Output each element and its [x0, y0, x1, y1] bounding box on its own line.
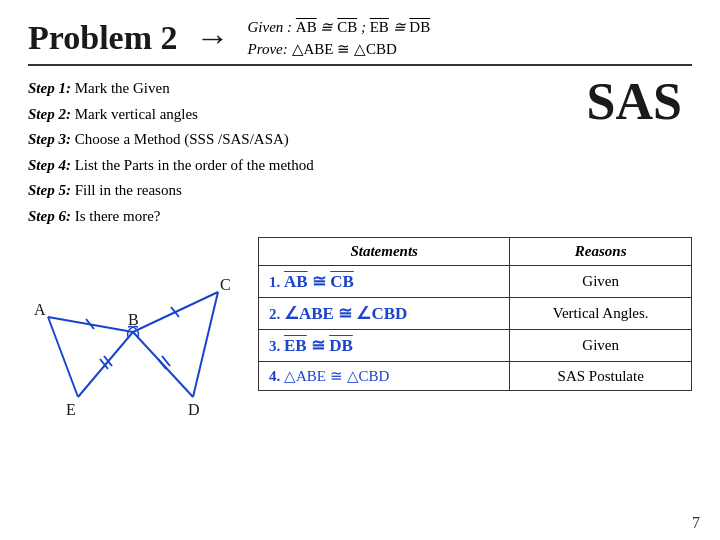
stmt-3-math: EB ≅ DB — [284, 336, 353, 355]
step-1-text: Mark the Given — [75, 80, 170, 96]
step-2: Step 2: Mark vertical angles — [28, 102, 577, 128]
main-page: Problem 2 → Given : AB ≅ CB ; EB ≅ DB Pr… — [0, 0, 720, 540]
vertex-c: C — [220, 276, 231, 293]
reason-1-text: Given — [582, 273, 619, 289]
stmt-3: 3. EB ≅ DB — [259, 330, 510, 362]
step-2-label: Step 2: — [28, 106, 71, 122]
problem-title: Problem 2 — [28, 19, 178, 57]
given-seg2: CB — [337, 19, 357, 35]
vertex-d: D — [188, 401, 200, 418]
congruent-sym2: ≅ — [393, 19, 410, 35]
given-line: Given : AB ≅ CB ; EB ≅ DB — [248, 18, 431, 36]
page-number: 7 — [692, 514, 700, 532]
step-3: Step 3: Choose a Method (SSS /SAS/ASA) — [28, 127, 577, 153]
stmt-4: 4. △ABE ≅ △CBD — [259, 362, 510, 391]
step-3-text: Choose a Method (SSS /SAS/ASA) — [75, 131, 289, 147]
table-row-1: 1. AB ≅ CB Given — [259, 266, 692, 298]
arrow-symbol: → — [196, 19, 230, 57]
sas-label: SAS — [587, 72, 692, 131]
row-num-4: 4. — [269, 368, 280, 384]
step-4-label: Step 4: — [28, 157, 71, 173]
stmt-2: 2. ∠ABE ≅ ∠CBD — [259, 298, 510, 330]
figure-area: A B C E D — [28, 237, 248, 426]
reason-1: Given — [510, 266, 692, 298]
step-6-text: Is there more? — [75, 208, 161, 224]
col-header-statements: Statements — [259, 238, 510, 266]
row-num-2: 2. — [269, 306, 280, 322]
table-area: Statements Reasons 1. AB ≅ CB — [258, 237, 692, 426]
proof-table: Statements Reasons 1. AB ≅ CB — [258, 237, 692, 391]
steps-area: Step 1: Mark the Given Step 2: Mark vert… — [28, 76, 692, 229]
vertex-b: B — [128, 311, 139, 328]
main-content: A B C E D Statements Reasons — [28, 237, 692, 426]
prove-expr: △ABE ≅ △CBD — [292, 41, 397, 57]
step-5: Step 5: Fill in the reasons — [28, 178, 577, 204]
reason-3-text: Given — [582, 337, 619, 353]
stmt-1-math: AB ≅ CB — [284, 272, 354, 291]
stmt-1: 1. AB ≅ CB — [259, 266, 510, 298]
vertex-a: A — [34, 301, 46, 318]
step-5-text: Fill in the reasons — [75, 182, 182, 198]
given-seg1: AB — [296, 19, 317, 35]
svg-line-5 — [193, 292, 218, 397]
reason-2: Vertical Angles. — [510, 298, 692, 330]
table-row-3: 3. EB ≅ DB Given — [259, 330, 692, 362]
step-4-text: List the Parts in the order of the metho… — [75, 157, 314, 173]
reason-4: SAS Postulate — [510, 362, 692, 391]
table-row-4: 4. △ABE ≅ △CBD SAS Postulate — [259, 362, 692, 391]
step-1-label: Step 1: — [28, 80, 71, 96]
stmt-2-math: ∠ABE ≅ ∠CBD — [284, 304, 407, 323]
reason-4-text: SAS Postulate — [558, 368, 644, 384]
divider — [28, 64, 692, 66]
prove-label: Prove: — [248, 41, 292, 57]
step-6: Step 6: Is there more? — [28, 204, 577, 230]
header-row: Problem 2 → Given : AB ≅ CB ; EB ≅ DB Pr… — [28, 18, 692, 58]
given-seg3: EB — [370, 19, 389, 35]
congruent-sym1: ≅ — [320, 19, 337, 35]
prove-line: Prove: △ABE ≅ △CBD — [248, 40, 431, 58]
step-2-text: Mark vertical angles — [75, 106, 198, 122]
svg-line-2 — [48, 317, 78, 397]
step-4: Step 4: List the Parts in the order of t… — [28, 153, 577, 179]
step-3-label: Step 3: — [28, 131, 71, 147]
reason-3: Given — [510, 330, 692, 362]
col-header-reasons: Reasons — [510, 238, 692, 266]
table-row-2: 2. ∠ABE ≅ ∠CBD Vertical Angles. — [259, 298, 692, 330]
given-prove-block: Given : AB ≅ CB ; EB ≅ DB Prove: △ABE ≅ … — [248, 18, 431, 58]
reason-2-text: Vertical Angles. — [553, 305, 649, 321]
stmt-4-math: △ABE ≅ △CBD — [284, 368, 389, 384]
row-num-1: 1. — [269, 274, 280, 290]
step-1: Step 1: Mark the Given — [28, 76, 577, 102]
vertex-e: E — [66, 401, 76, 418]
step-6-label: Step 6: — [28, 208, 71, 224]
row-num-3: 3. — [269, 338, 280, 354]
given-seg4: DB — [409, 19, 430, 35]
semicolon: ; — [361, 19, 370, 35]
step-5-label: Step 5: — [28, 182, 71, 198]
geometry-figure: A B C E D — [28, 237, 238, 422]
given-label: Given : — [248, 19, 296, 35]
steps-list: Step 1: Mark the Given Step 2: Mark vert… — [28, 76, 577, 229]
